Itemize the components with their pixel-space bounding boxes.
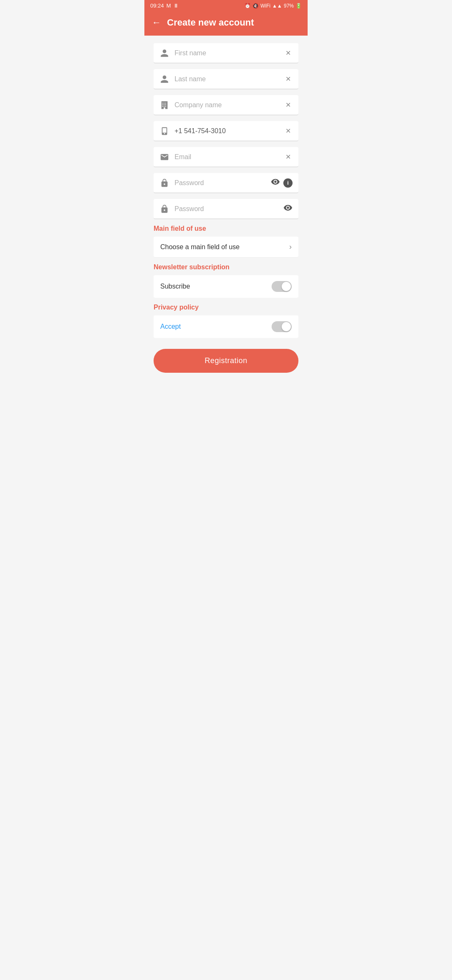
chevron-right-icon: › <box>289 242 292 251</box>
email-clear-icon[interactable]: ✕ <box>284 151 293 162</box>
mute-icon: 🔇 <box>252 3 259 9</box>
person-icon <box>159 49 170 58</box>
pause-icon: ⏸ <box>173 3 179 9</box>
time: 09:24 <box>150 3 164 9</box>
lock-icon <box>159 178 170 188</box>
alarm-icon: ⏰ <box>244 3 251 9</box>
subscribe-row: Subscribe <box>154 275 298 298</box>
signal-icon: ▲▲ <box>272 3 282 9</box>
battery-icon: 🔋 <box>295 3 302 9</box>
privacy-section-label: Privacy policy <box>154 304 298 311</box>
first-name-field: ✕ <box>154 43 298 63</box>
battery: 97% <box>284 3 294 9</box>
last-name-field: ✕ <box>154 69 298 89</box>
phone-input[interactable] <box>175 126 279 137</box>
phone-clear-icon[interactable]: ✕ <box>284 125 293 137</box>
accept-row: Accept <box>154 315 298 338</box>
accept-toggle[interactable] <box>272 321 292 332</box>
last-name-input[interactable] <box>175 74 279 85</box>
first-name-clear-icon[interactable]: ✕ <box>284 47 293 59</box>
company-name-clear-icon[interactable]: ✕ <box>284 99 293 111</box>
main-field-select[interactable]: Choose a main field of use › <box>154 237 298 258</box>
person-icon-2 <box>159 75 170 84</box>
main-field-select-text: Choose a main field of use <box>160 243 239 251</box>
accept-label: Accept <box>160 323 181 330</box>
password-input[interactable] <box>175 178 266 188</box>
last-name-clear-icon[interactable]: ✕ <box>284 73 293 85</box>
company-name-input[interactable] <box>175 100 279 111</box>
subscribe-label: Subscribe <box>160 283 190 290</box>
gmail-icon: M <box>167 3 171 9</box>
phone-field: ✕ <box>154 121 298 141</box>
password-info-icon[interactable]: i <box>283 178 293 188</box>
email-input[interactable] <box>175 152 279 162</box>
company-name-field: ✕ <box>154 95 298 115</box>
lock-icon-2 <box>159 204 170 214</box>
building-icon <box>159 101 170 110</box>
page-title: Create new account <box>167 17 254 28</box>
password-actions: i <box>271 177 293 188</box>
password-visibility-icon[interactable] <box>271 177 280 188</box>
email-field: ✕ <box>154 147 298 167</box>
status-bar: 09:24 M ⏸ ⏰ 🔇 WiFi ▲▲ 97% 🔋 <box>144 0 308 11</box>
newsletter-section-label: Newsletter subscription <box>154 263 298 271</box>
confirm-password-input[interactable] <box>175 204 278 214</box>
phone-icon <box>159 126 170 136</box>
status-left: 09:24 M ⏸ <box>150 3 179 9</box>
status-right: ⏰ 🔇 WiFi ▲▲ 97% 🔋 <box>244 3 302 9</box>
first-name-input[interactable] <box>175 48 279 59</box>
header: ← Create new account <box>144 11 308 36</box>
password-field: i <box>154 173 298 193</box>
subscribe-toggle[interactable] <box>272 281 292 292</box>
register-button[interactable]: Registration <box>154 349 298 373</box>
back-button[interactable]: ← <box>152 17 161 28</box>
email-icon <box>159 152 170 162</box>
confirm-password-visibility-icon[interactable] <box>283 203 293 214</box>
wifi-icon: WiFi <box>260 3 270 9</box>
confirm-password-field <box>154 199 298 219</box>
main-field-section-label: Main field of use <box>154 225 298 232</box>
form-container: ✕ ✕ ✕ ✕ ✕ <box>144 36 308 384</box>
